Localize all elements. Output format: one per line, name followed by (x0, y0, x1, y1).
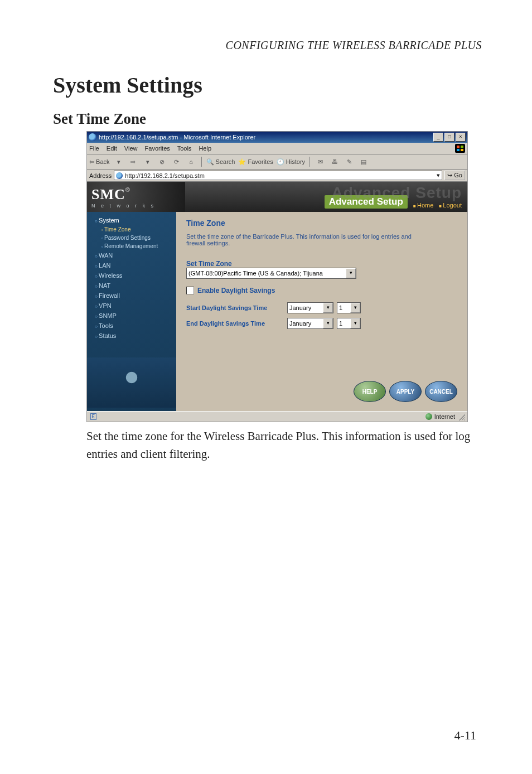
dropdown-icon[interactable]: ▾ (323, 303, 333, 313)
end-month-select[interactable]: January▾ (287, 318, 333, 329)
globe-icon (425, 413, 432, 420)
history-button[interactable]: 🕘 History (277, 158, 305, 166)
dropdown-icon[interactable]: ▾ (350, 303, 360, 313)
refresh-button[interactable]: ⟳ (171, 156, 182, 167)
logout-link[interactable]: Logout (439, 202, 462, 209)
status-left-icon: 🄴 (90, 413, 96, 420)
sidebar-item-wan[interactable]: WAN (87, 250, 176, 260)
home-button[interactable]: ⌂ (186, 156, 197, 167)
titlebar: http://192.168.2.1/setupa.stm - Microsof… (87, 132, 467, 143)
menu-file[interactable]: File (89, 145, 99, 152)
forward-button[interactable]: ⇨ (128, 156, 139, 167)
menu-view[interactable]: View (124, 145, 138, 152)
cancel-button[interactable]: CANCEL (425, 381, 457, 402)
sidebar-image (87, 357, 176, 408)
window-title: http://192.168.2.1/setupa.stm - Microsof… (99, 134, 255, 141)
sidebar-item-tools[interactable]: Tools (87, 321, 176, 331)
sidebar-item-remote-mgmt[interactable]: Remote Management (87, 242, 176, 250)
sidebar-item-firewall[interactable]: Firewall (87, 291, 176, 301)
address-bar: Address http://192.168.2.1/setupa.stm ▾ … (87, 170, 467, 182)
sidebar-item-wireless[interactable]: Wireless (87, 270, 176, 280)
menu-tools[interactable]: Tools (177, 145, 192, 152)
address-input[interactable]: http://192.168.2.1/setupa.stm ▾ (114, 171, 442, 180)
page-number: 4-11 (454, 728, 476, 743)
favorites-button[interactable]: ⭐ Favorites (238, 158, 273, 166)
close-button[interactable]: × (456, 133, 466, 142)
end-daylight-label: End Daylight Savings Time (186, 320, 284, 327)
menu-help[interactable]: Help (199, 145, 211, 152)
address-url: http://192.168.2.1/setupa.stm (125, 172, 204, 179)
banner-ghost: Advanced Setup (332, 184, 462, 202)
back-dropdown-icon[interactable]: ▾ (113, 156, 124, 167)
daylight-label: Enable Daylight Savings (197, 287, 275, 294)
start-month-select[interactable]: January▾ (287, 302, 333, 313)
help-button[interactable]: HELP (354, 381, 386, 402)
status-zone: Internet (434, 413, 455, 420)
sidebar-item-vpn[interactable]: VPN (87, 301, 176, 311)
start-day-select[interactable]: 1▾ (337, 302, 361, 313)
dropdown-icon[interactable]: ▾ (323, 318, 333, 328)
sidebar-item-status[interactable]: Status (87, 331, 176, 341)
sidebar-item-system[interactable]: System (87, 215, 176, 225)
ie-window: http://192.168.2.1/setupa.stm - Microsof… (86, 131, 468, 422)
dropdown-icon[interactable]: ▾ (350, 318, 360, 328)
daylight-checkbox[interactable] (186, 287, 194, 294)
minimize-button[interactable]: _ (433, 133, 443, 142)
time-zone-select[interactable]: (GMT-08:00)Pacific Time (US & Canada); T… (186, 268, 356, 279)
sidebar-item-lan[interactable]: LAN (87, 260, 176, 270)
end-day-select[interactable]: 1▾ (337, 318, 361, 329)
resize-grip-icon (457, 413, 465, 420)
maximize-button[interactable]: □ (444, 133, 454, 142)
toolbar: ⇦ Back ▾ ⇨ ▾ ⊘ ⟳ ⌂ 🔍 Search ⭐ Favorites … (87, 154, 467, 170)
apply-button[interactable]: APPLY (389, 381, 422, 402)
status-bar: 🄴 Internet (87, 411, 467, 422)
menu-favorites[interactable]: Favorites (145, 145, 170, 152)
window-controls: _ □ × (433, 133, 466, 142)
address-dropdown-icon[interactable]: ▾ (437, 172, 440, 179)
panel-description: Set the time zone of the Barricade Plus.… (186, 233, 426, 246)
print-button[interactable]: 🖶 (329, 156, 340, 167)
menubar: File Edit View Favorites Tools Help (87, 143, 467, 154)
throbber-icon (455, 144, 465, 153)
mail-button[interactable]: ✉ (315, 156, 326, 167)
brand-reg: ® (125, 186, 130, 193)
brand-sub: N e t w o r k s (91, 203, 181, 209)
menu-edit[interactable]: Edit (107, 145, 117, 152)
set-time-zone-label: Set Time Zone (186, 260, 457, 268)
discuss-button[interactable]: ▤ (358, 156, 369, 167)
ie-icon (89, 133, 96, 141)
forward-dropdown-icon[interactable]: ▾ (142, 156, 153, 167)
body-paragraph: Set the time zone for the Wireless Barri… (86, 428, 482, 463)
main-panel: Time Zone Set the time zone of the Barri… (176, 212, 467, 411)
sidebar-item-time-zone[interactable]: Time Zone (87, 225, 176, 234)
search-button[interactable]: 🔍 Search (206, 158, 235, 166)
address-label: Address (89, 172, 112, 179)
brand-logo: SMC (91, 186, 125, 202)
brand-banner: SMC® N e t w o r k s Advanced Setup Adva… (87, 182, 467, 212)
running-header: CONFIGURING THE WIRELESS BARRICADE PLUS (53, 39, 482, 52)
sidebar: System Time Zone Password Settings Remot… (87, 212, 176, 411)
sidebar-item-password[interactable]: Password Settings (87, 234, 176, 242)
sidebar-item-nat[interactable]: NAT (87, 280, 176, 291)
stop-button[interactable]: ⊘ (157, 156, 168, 167)
toolbar-separator (201, 157, 202, 167)
sidebar-item-snmp[interactable]: SNMP (87, 311, 176, 321)
dropdown-icon[interactable]: ▾ (346, 268, 356, 278)
page-icon (116, 172, 123, 179)
edit-button[interactable]: ✎ (344, 156, 355, 167)
time-zone-value: (GMT-08:00)Pacific Time (US & Canada); T… (188, 270, 323, 277)
home-link[interactable]: Home (413, 202, 433, 209)
toolbar-separator (309, 157, 310, 167)
sub-title: Set Time Zone (53, 110, 482, 128)
panel-heading: Time Zone (186, 219, 457, 228)
back-button[interactable]: ⇦ Back (89, 158, 110, 166)
start-daylight-label: Start Daylight Savings Time (186, 304, 284, 311)
go-button[interactable]: ↪ Go (444, 171, 465, 180)
section-title: System Settings (53, 72, 482, 98)
